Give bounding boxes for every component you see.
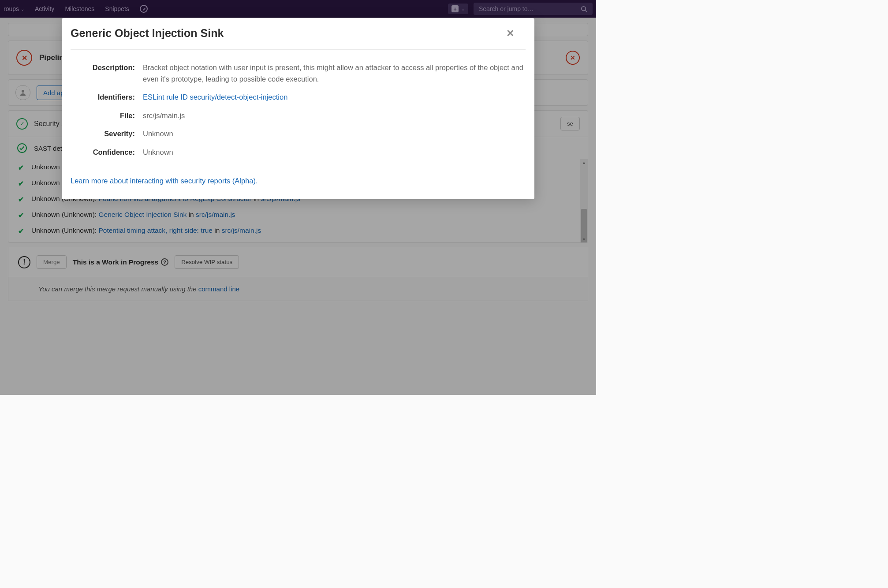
description-label: Description: <box>71 63 143 72</box>
confidence-label: Confidence: <box>71 148 143 156</box>
description-value: Bracket object notation with user input … <box>143 62 526 85</box>
close-icon[interactable]: ✕ <box>506 28 514 39</box>
severity-label: Severity: <box>71 130 143 138</box>
learn-more-link[interactable]: Learn more about interacting with securi… <box>71 177 258 185</box>
confidence-value: Unknown <box>143 147 173 158</box>
identifiers-label: Identifiers: <box>71 93 143 101</box>
severity-value: Unknown <box>143 128 173 140</box>
vulnerability-modal: Generic Object Injection Sink ✕ Descript… <box>62 18 534 199</box>
file-label: File: <box>71 112 143 120</box>
modal-title: Generic Object Injection Sink <box>71 27 224 40</box>
identifiers-link[interactable]: ESLint rule ID security/detect-object-in… <box>143 92 287 103</box>
file-value: src/js/main.js <box>143 110 185 122</box>
